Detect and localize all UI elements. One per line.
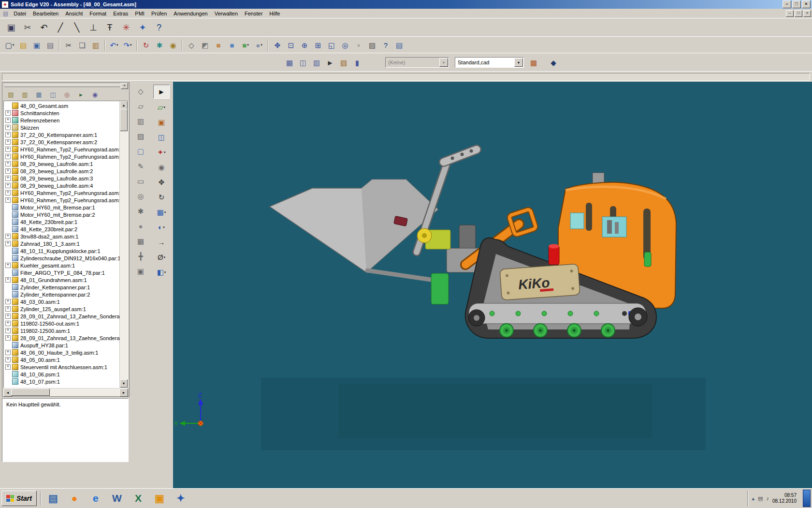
connect-tool-icon[interactable]: ✳ bbox=[118, 20, 134, 35]
expander-icon[interactable]: + bbox=[5, 190, 11, 195]
sketch-icon[interactable]: ▱▾ bbox=[154, 101, 169, 114]
tree-item[interactable]: +08_29_beweg_Laufrolle.asm:1 bbox=[4, 160, 120, 167]
gear-tool-icon[interactable]: ✱ bbox=[133, 205, 148, 218]
dropdown-arrow-icon[interactable]: ▾ bbox=[247, 43, 249, 47]
mdi-restore-button[interactable]: □ bbox=[795, 10, 802, 17]
pattern-icon[interactable]: ▦▾ bbox=[154, 206, 169, 219]
arc-tool-icon[interactable]: ↶ bbox=[36, 20, 52, 35]
expander-icon[interactable]: + bbox=[5, 335, 11, 341]
tray-clock[interactable]: 08:57 08.12.2010 bbox=[772, 493, 797, 504]
clipboard-config-icon[interactable]: ▧ bbox=[337, 56, 350, 69]
tree-item[interactable]: +37_22_00_Kettenspanner.asm:1 bbox=[4, 131, 120, 138]
assemble-icon[interactable]: ◫ bbox=[154, 131, 169, 144]
pathfinder-close-icon[interactable]: × bbox=[121, 83, 128, 89]
drag-component-icon[interactable]: → bbox=[154, 236, 169, 249]
menu-item-datei[interactable]: Datei bbox=[10, 10, 29, 17]
security-lock-icon[interactable]: ◉ bbox=[167, 39, 179, 51]
word-icon[interactable]: W bbox=[108, 491, 126, 506]
undo-icon[interactable]: ↶▾ bbox=[108, 39, 120, 51]
menu-item-extras[interactable]: Extras bbox=[110, 10, 131, 17]
tree-item[interactable]: 48_10_07.psm:1 bbox=[4, 378, 120, 385]
dropdown-arrow-icon[interactable]: ▾ bbox=[261, 43, 262, 47]
tree-item[interactable]: +08_29_beweg_Laufrolle.asm:3 bbox=[4, 175, 120, 182]
tree-item[interactable]: +08_29_beweg_Laufrolle.asm:2 bbox=[4, 167, 120, 175]
menu-item-hilfe[interactable]: Hilfe bbox=[266, 10, 283, 17]
tree-item[interactable]: +119802-12500.asm:1 bbox=[4, 327, 120, 334]
expander-icon[interactable]: + bbox=[5, 299, 11, 304]
open-icon[interactable]: ▤ bbox=[17, 39, 29, 51]
scissors-icon[interactable]: ✂ bbox=[20, 20, 35, 35]
rotate-part-icon[interactable]: ↻ bbox=[154, 191, 169, 204]
solid-edge-icon[interactable]: ✦ bbox=[172, 491, 189, 506]
scroll-thumb[interactable] bbox=[11, 388, 50, 396]
printer-tray-icon[interactable]: ▤ bbox=[758, 495, 763, 502]
expander-icon[interactable]: + bbox=[5, 241, 11, 246]
sensors-tab-icon[interactable]: ◎ bbox=[61, 90, 73, 100]
media-player-icon[interactable]: ● bbox=[66, 491, 83, 506]
tree-item[interactable]: Motor_HY60_mit_Bremse.par:1 bbox=[4, 204, 120, 211]
tree-item[interactable]: +48_03_00.asm:1 bbox=[4, 298, 120, 305]
close-button[interactable]: × bbox=[802, 0, 811, 8]
tile-windows-icon[interactable]: ◫ bbox=[297, 56, 309, 69]
tree-item[interactable]: +Schnittansichten bbox=[4, 109, 120, 117]
engineering-tool-icon[interactable]: ✦ bbox=[135, 20, 150, 35]
alternate-tab-icon[interactable]: ◫ bbox=[47, 90, 59, 100]
tree-item[interactable]: 48_Kette_230breit.par:1 bbox=[4, 218, 120, 225]
copy-icon[interactable]: ❏ bbox=[76, 39, 88, 51]
cut-icon[interactable]: ✂ bbox=[62, 39, 75, 51]
viewer-app-icon[interactable]: ▣ bbox=[151, 491, 168, 506]
scroll-right-icon[interactable]: ► bbox=[119, 388, 128, 397]
menu-item-ansicht[interactable]: Ansicht bbox=[62, 10, 86, 17]
pencil-icon[interactable]: ✎ bbox=[133, 160, 148, 173]
expander-icon[interactable]: + bbox=[5, 161, 11, 166]
mdi-close-button[interactable]: × bbox=[803, 10, 811, 17]
help-icon[interactable]: ? bbox=[151, 20, 167, 35]
scroll-down-icon[interactable]: ▼ bbox=[120, 379, 128, 388]
tree-item[interactable]: +Zylinder_125_ausgef.asm:1 bbox=[4, 305, 120, 313]
blue-doc-icon[interactable]: ▢ bbox=[133, 145, 148, 158]
tree-item[interactable]: +08_29_beweg_Laufrolle.asm:4 bbox=[4, 182, 120, 189]
expander-icon[interactable]: + bbox=[5, 147, 11, 152]
tree-item[interactable]: +28_09_01_Zahnrad_13_Zaehne_Sonderanf bbox=[4, 334, 120, 342]
shaded-edges-view-icon[interactable]: ■ bbox=[226, 39, 238, 51]
place-part-icon[interactable]: ▣ bbox=[154, 116, 169, 129]
combo-dropdown-icon[interactable]: ▼ bbox=[514, 58, 523, 67]
bolt-circle-icon[interactable]: ◎ bbox=[133, 190, 148, 203]
sketch-plane-icon[interactable]: ▱ bbox=[133, 100, 148, 113]
tree-item[interactable]: 48_00_Gesamt.asm bbox=[4, 102, 120, 109]
zoom-window-icon[interactable]: ◱ bbox=[325, 39, 338, 51]
clipboard-tool-icon[interactable]: ▥ bbox=[133, 115, 148, 128]
reference-tab-icon[interactable]: ◉ bbox=[89, 90, 101, 100]
tree-item[interactable]: +Zahnrad_180_1_3.asm:1 bbox=[4, 240, 120, 247]
tree-item[interactable]: Motor_HY60_mit_Bremse.par:2 bbox=[4, 211, 120, 218]
polyline-tool-icon[interactable]: ╲ bbox=[69, 20, 85, 35]
report-icon[interactable]: ▮ bbox=[351, 56, 363, 69]
expander-icon[interactable]: + bbox=[5, 118, 11, 123]
visible-edges-view-icon[interactable]: ■▾ bbox=[239, 39, 252, 51]
paste-icon[interactable]: ▥ bbox=[89, 39, 102, 51]
perpendicular-tool-icon[interactable]: ⊥ bbox=[86, 20, 101, 35]
dropdown-arrow-icon[interactable]: ▾ bbox=[13, 43, 14, 47]
render-sphere-icon[interactable]: ●▾ bbox=[253, 39, 265, 51]
render-setup-icon[interactable]: ◆ bbox=[547, 56, 560, 69]
minimize-button[interactable]: – bbox=[783, 0, 791, 8]
tree-item[interactable]: +Referenzebenen bbox=[4, 117, 120, 124]
named-views-icon[interactable]: ◧▾ bbox=[154, 266, 169, 279]
redo-icon[interactable]: ↷▾ bbox=[121, 39, 134, 51]
dropdown-arrow-icon[interactable]: ▾ bbox=[164, 210, 166, 214]
tree-item[interactable]: +48_06_00_Haube_3_teilig.asm:1 bbox=[4, 349, 120, 356]
expander-icon[interactable]: + bbox=[5, 364, 11, 370]
expander-icon[interactable]: + bbox=[5, 234, 11, 239]
tree-item[interactable]: +HY60_Rahmen_Typ2_Fuehrungsrad.asm:2 bbox=[4, 153, 120, 160]
tree-item[interactable]: 48_10_11_Kupplungsklocke.par:1 bbox=[4, 247, 120, 254]
menu-item-fenster[interactable]: Fenster bbox=[241, 10, 266, 17]
pathfinder-tab-icon[interactable]: ▤ bbox=[5, 90, 17, 100]
select-config-icon[interactable]: ► bbox=[324, 56, 336, 69]
grid-icon[interactable]: ▦ bbox=[133, 235, 148, 248]
sphere-tool-icon[interactable]: ● bbox=[133, 220, 148, 233]
rectangle-tool-icon[interactable]: ▭ bbox=[133, 175, 148, 188]
axis-icon[interactable]: ╋ bbox=[133, 250, 148, 263]
dropdown-arrow-icon[interactable]: ▾ bbox=[163, 225, 165, 229]
tree-item[interactable]: +Steuerventil mit Anschluessen.asm:1 bbox=[4, 363, 120, 371]
dropdown-arrow-icon[interactable]: ▾ bbox=[164, 270, 166, 274]
